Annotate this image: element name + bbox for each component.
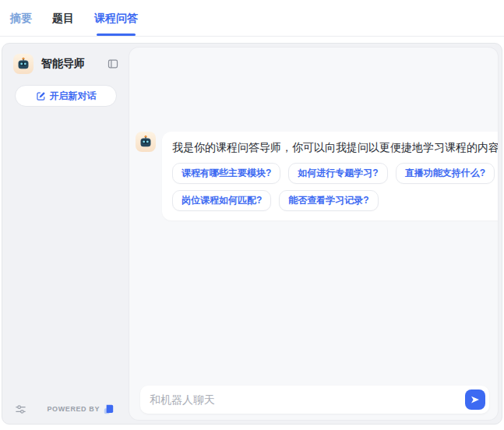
- collapse-panel-button[interactable]: [106, 57, 120, 71]
- suggestion-chips: 课程有哪些主要模块?如何进行专题学习?直播功能支持什么?岗位课程如何匹配?能否查…: [172, 163, 498, 211]
- powered-by: POWERED BY: [47, 404, 114, 414]
- message-robot-avatar: [136, 132, 156, 152]
- powered-by-label: POWERED BY: [47, 405, 100, 413]
- tab-bar: 摘要题目课程问答: [0, 0, 504, 37]
- sidebar-footer: POWERED BY: [2, 394, 129, 424]
- new-conversation-button[interactable]: 开启新对话: [15, 85, 117, 107]
- robot-avatar: [13, 54, 33, 74]
- suggestion-chip[interactable]: 能否查看学习记录?: [279, 190, 378, 211]
- coze-logo: [104, 404, 114, 414]
- bot-name: 智能导师: [41, 57, 106, 71]
- sidebar-header: 智能导师: [2, 44, 129, 80]
- suggestion-chip[interactable]: 如何进行专题学习?: [288, 163, 387, 184]
- chatbot-widget: 智能导师 开启新对话: [2, 43, 502, 425]
- robot-icon: [16, 57, 30, 71]
- robot-icon: [139, 135, 153, 149]
- sliders-settings-button[interactable]: [13, 402, 28, 417]
- send-button[interactable]: [465, 389, 485, 410]
- send-icon: [470, 394, 481, 405]
- bot-message-text: 我是你的课程问答导师，你可以向我提问以更便捷地学习课程的内容。: [172, 139, 498, 156]
- new-conversation-label: 开启新对话: [50, 90, 97, 103]
- sliders-icon: [15, 404, 26, 415]
- suggestion-chip[interactable]: 课程有哪些主要模块?: [172, 163, 280, 184]
- bot-message-bubble: 我是你的课程问答导师，你可以向我提问以更便捷地学习课程的内容。 课程有哪些主要模…: [162, 132, 498, 220]
- tab-summary[interactable]: 摘要: [10, 12, 32, 36]
- tab-questions[interactable]: 题目: [52, 12, 74, 36]
- tab-course-qa[interactable]: 课程问答: [94, 12, 138, 36]
- suggestion-chip[interactable]: 直播功能支持什么?: [396, 163, 495, 184]
- chat-input[interactable]: [150, 393, 465, 406]
- compose-icon: [36, 91, 46, 101]
- sidebar: 智能导师 开启新对话: [2, 44, 129, 424]
- chat-input-bar: [140, 386, 489, 414]
- suggestion-chip[interactable]: 岗位课程如何匹配?: [172, 190, 271, 211]
- bot-message-row: 我是你的课程问答导师，你可以向我提问以更便捷地学习课程的内容。 课程有哪些主要模…: [129, 48, 498, 220]
- chat-panel: 我是你的课程问答导师，你可以向我提问以更便捷地学习课程的内容。 课程有哪些主要模…: [129, 48, 498, 420]
- collapse-panel-icon: [107, 58, 118, 69]
